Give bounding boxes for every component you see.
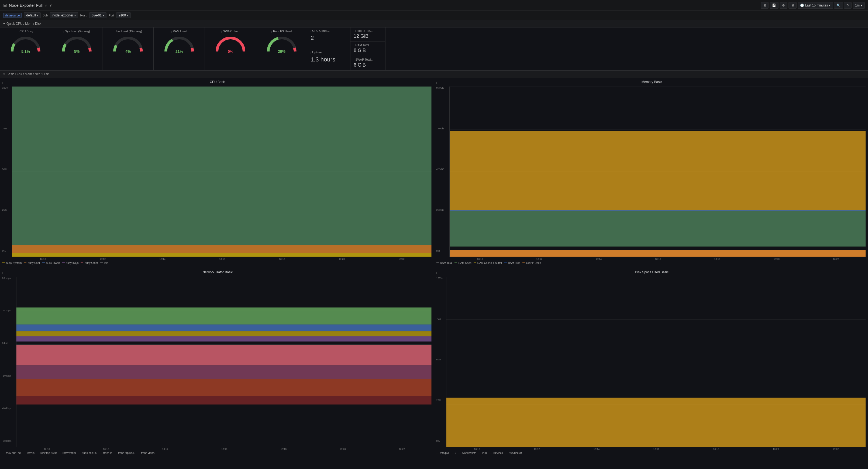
gauge-cpu-busy-title: CPU Busy	[20, 30, 33, 33]
cpu-y-axis: 100%75%50%25%0%	[2, 87, 12, 257]
chevron-down-icon: ▾	[829, 3, 831, 7]
swap-total-panel: i SWAP Total... 6 GiB	[350, 56, 385, 70]
network-basic-panel: i Network Traffic Basic 20 kbps10 kbps0 …	[0, 268, 434, 458]
dropdown-arrow-3: ▾	[103, 14, 104, 17]
datasource-label: datasource	[3, 13, 22, 18]
datasource-select[interactable]: default ▾	[24, 12, 41, 18]
star-icon[interactable]: ☆	[45, 3, 48, 7]
svg-text:5.1%: 5.1%	[21, 49, 30, 54]
time-range-label: Last 15 minutes	[805, 3, 828, 7]
svg-rect-10	[12, 87, 432, 245]
uptime-title: Uptime	[312, 51, 321, 54]
legend-busy-user: Busy User	[24, 261, 40, 264]
refresh-button[interactable]: ↻	[844, 2, 851, 9]
svg-rect-11	[12, 245, 432, 253]
info-icon-8: i	[311, 52, 311, 55]
legend-recv-lo: recv lo	[23, 451, 34, 455]
tv-mode-button[interactable]: 🖥	[788, 2, 797, 9]
legend-recv-enp1s0: recv enp1s0	[2, 451, 21, 455]
svg-text:4%: 4%	[125, 49, 131, 54]
header-actions: ⊞ 💾 ⚙ 🖥 🕐 Last 15 minutes ▾ 🔍 ↻ 1m ▾	[761, 2, 865, 9]
cpu-legend: Busy System Busy User Busy Iowait Busy I…	[2, 260, 432, 265]
svg-text:21%: 21%	[175, 49, 183, 54]
svg-rect-26	[17, 396, 432, 405]
settings-button[interactable]: ⚙	[780, 2, 787, 9]
rootfs-total-title: RootFS Tot...	[355, 29, 373, 32]
mem-x-axis: 13:1013:1213:1413:1613:1813:2013:22	[436, 257, 866, 260]
uptime-panel: i Uptime 1.3 hours	[307, 49, 350, 70]
grid-icon: ⊞	[3, 3, 7, 8]
svg-rect-40	[446, 398, 866, 447]
idle-color	[100, 262, 103, 263]
busy-other-color	[81, 262, 83, 263]
clock-icon: 🕐	[800, 3, 804, 7]
info-icon-3: i	[114, 30, 114, 33]
svg-rect-12	[12, 253, 432, 257]
share-icon[interactable]: ⤤	[49, 3, 52, 7]
legend-etc-pve: /etc/pve	[436, 451, 450, 455]
zoom-out-button[interactable]: 🔍	[834, 2, 843, 9]
net-x-axis: 13:1013:1213:1413:1613:1813:2013:22	[2, 447, 432, 450]
gauge-root-fs-title: Root FS Used	[273, 30, 292, 33]
host-label: Host:	[80, 14, 87, 17]
add-panel-button[interactable]: ⊞	[761, 2, 769, 9]
rootfs-total-panel: i RootFS Tot... 12 GiB	[350, 28, 385, 42]
collapse-arrow-quick: ▾	[3, 22, 5, 26]
host-select[interactable]: pve-01 ▾	[89, 12, 106, 18]
gauge-row: i CPU Busy 5.1% i Sys Load (5m avg) 5% i	[0, 28, 868, 71]
charts-container: i CPU Basic 100%75%50%25%0%	[0, 78, 868, 458]
busy-user-color	[24, 262, 26, 263]
job-select[interactable]: node_exporter ▾	[50, 12, 78, 18]
disk-y-axis: 100%75%50%25%0%	[436, 277, 446, 447]
net-basic-title: Network Traffic Basic	[4, 270, 431, 274]
legend-run: /run	[478, 451, 487, 455]
gauge-ram-used-title: RAM Used	[173, 30, 187, 33]
svg-rect-18	[17, 307, 432, 324]
section-basic[interactable]: ▾ Basic CPU / Mem / Net / Disk	[0, 71, 868, 78]
legend-ram-cache: RAM Cache + Buffer	[474, 261, 502, 264]
gauge-sys-load-15m: i Sys Load (15m avg) 4%	[102, 28, 154, 70]
gauge-sys-load-5m: i Sys Load (5m avg) 5%	[51, 28, 102, 70]
svg-text:0%: 0%	[227, 49, 233, 54]
svg-text:5%: 5%	[74, 49, 80, 54]
gauge-swap-used: i SWAP Used 0%	[205, 28, 256, 70]
memory-basic-panel: i Memory Basic 9.3 GiB7.0 GiB4.7 GiB2.3 …	[434, 78, 868, 268]
collapse-arrow-basic: ▾	[3, 72, 5, 76]
gauge-sys-load-15m-title: Sys Load (15m avg)	[115, 30, 142, 33]
swap-total-title: SWAP Total...	[355, 58, 373, 61]
info-icon-10: i	[354, 44, 354, 47]
swap-total-value: 6 GiB	[354, 62, 366, 68]
svg-rect-20	[17, 331, 432, 336]
gauge-cpu-busy: i CPU Busy 5.1%	[0, 28, 51, 70]
dropdown-arrow: ▾	[37, 14, 38, 17]
info-icon: i	[18, 30, 18, 33]
legend-ram-used: RAM Used	[455, 261, 471, 264]
svg-rect-21	[17, 336, 432, 342]
info-icon-7: i	[311, 30, 311, 33]
legend-trans-tap100i0: trans tap100i0	[114, 451, 135, 455]
refresh-interval-picker[interactable]: 1m ▾	[852, 2, 865, 9]
legend-ram-total: RAM Total	[436, 261, 453, 264]
mem-y-axis: 9.3 GiB7.0 GiB4.7 GiB2.3 GiB0 B	[436, 87, 450, 257]
info-icon-5: i	[221, 30, 222, 33]
legend-recv-tap100i0: recv tap100i0	[37, 451, 57, 455]
ram-total-panel: i RAM Total 8 GiB	[350, 42, 385, 56]
gauge-root-fs: i Root FS Used 29%	[256, 28, 307, 70]
section-quick-label: Quick CPU / Mem / Disk	[6, 22, 41, 26]
legend-trans-vmbr0: trans vmbr0	[137, 451, 155, 455]
save-button[interactable]: 💾	[770, 2, 778, 9]
disk-basic-panel: i Disk Space Used Basic 100%75%50%25%0%	[434, 268, 868, 458]
info-icon-2: i	[63, 30, 64, 33]
page-title: Node Exporter Full	[9, 3, 42, 7]
port-select[interactable]: 9100 ▾	[116, 12, 131, 18]
mem-legend: RAM Total RAM Used RAM Cache + Buffer RA…	[436, 260, 866, 265]
info-icon-11: i	[354, 59, 354, 61]
disk-x-axis: 13:1013:1213:1413:1613:1813:2013:22	[436, 447, 866, 450]
time-range-picker[interactable]: 🕐 Last 15 minutes ▾	[798, 2, 833, 9]
legend-busy-system: Busy System	[2, 261, 22, 264]
svg-rect-24	[17, 365, 432, 379]
section-quick[interactable]: ▾ Quick CPU / Mem / Disk	[0, 20, 868, 28]
legend-busy-irqs: Busy IRQs	[62, 261, 79, 264]
legend-run-user-0: /run/user/0	[505, 451, 522, 455]
legend-busy-other: Busy Other	[81, 261, 98, 264]
